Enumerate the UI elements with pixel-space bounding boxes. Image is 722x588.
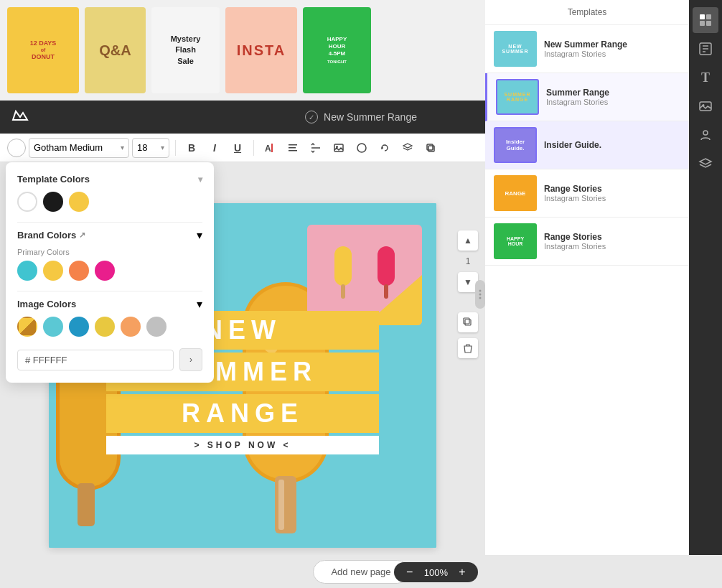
rotate-button[interactable]	[375, 138, 395, 158]
align-button[interactable]	[283, 138, 303, 158]
brand-color-teal[interactable]	[17, 261, 37, 281]
template-thumb-mystery[interactable]: MysteryFlashSale	[151, 7, 220, 93]
svg-point-32	[479, 289, 482, 291]
svg-rect-13	[278, 480, 284, 530]
media-button[interactable]	[329, 138, 349, 158]
template-colors-swatches	[17, 192, 202, 212]
document-title: ✓ New Summer Range	[305, 111, 417, 123]
template-thumb-donut[interactable]: 12 DAYS of DONUT	[7, 7, 79, 93]
image-color-gradient[interactable]	[17, 317, 37, 337]
spacing-button[interactable]	[306, 138, 326, 158]
toolbar-images-button[interactable]	[693, 93, 718, 119]
toolbar-separator-1	[175, 140, 176, 156]
svg-rect-26	[706, 21, 711, 26]
template-thumb-3: InsiderGuide.	[494, 127, 537, 163]
title-line-3: RANGE	[106, 394, 379, 433]
image-colors-swatches	[17, 317, 202, 337]
template-thumb-happy[interactable]: HAPPY HOUR 4-5PM TONIGHT	[303, 7, 371, 93]
image-colors-collapse[interactable]: ▾	[197, 297, 202, 311]
templates-panel: Templates NEWSUMMER New Summer Range Ins…	[485, 0, 689, 588]
templates-hint: Templates	[492, 7, 682, 17]
hex-apply-button[interactable]: ›	[179, 348, 202, 371]
hex-input[interactable]	[17, 350, 174, 370]
text-style-button[interactable]: A	[260, 138, 280, 158]
color-swatch-white[interactable]	[17, 192, 37, 212]
page-number: 1	[466, 256, 471, 266]
primary-colors-label: Primary Colors	[17, 248, 202, 256]
svg-rect-1	[289, 144, 297, 146]
layers-button[interactable]	[398, 138, 418, 158]
hex-input-row: ›	[17, 348, 202, 371]
svg-point-6	[357, 144, 366, 152]
template-info-5: Range Stories Instagram Stories	[544, 232, 680, 251]
zoom-in-button[interactable]: +	[455, 565, 469, 579]
text-color-picker[interactable]	[7, 139, 26, 157]
toolbar-elements-button[interactable]	[693, 36, 718, 62]
zoom-value: 100%	[424, 567, 448, 578]
brand-color-yellow[interactable]	[43, 261, 63, 281]
toolbar-text-button[interactable]: T	[693, 65, 718, 90]
font-family-select[interactable]: Gotham Medium ▾	[29, 138, 129, 158]
colors-divider-2	[17, 291, 202, 291]
template-thumb-insta[interactable]: INSTA	[225, 7, 297, 93]
color-swatch-yellow[interactable]	[69, 192, 89, 212]
template-thumb-2: SUMMERRANGE	[496, 79, 539, 115]
right-toolbar: T	[689, 0, 722, 588]
delete-page-button[interactable]	[458, 338, 478, 358]
template-item-5[interactable]: HAPPYHOUR Range Stories Instagram Storie…	[485, 218, 689, 266]
italic-button[interactable]: I	[205, 138, 225, 158]
duplicate-element-button[interactable]	[421, 138, 441, 158]
toolbar-separator-2	[253, 140, 254, 156]
font-family-value: Gotham Medium	[34, 142, 103, 153]
template-name-1: New Summer Range	[544, 39, 680, 50]
image-color-light-teal[interactable]	[43, 317, 63, 337]
bold-button[interactable]: B	[182, 138, 202, 158]
color-swatch-black[interactable]	[43, 192, 63, 212]
template-info-2: Summer Range Instagram Stories	[546, 88, 680, 106]
popsicle-card	[307, 225, 422, 325]
image-color-peach[interactable]	[121, 317, 141, 337]
template-thumb-qa[interactable]: Q&A	[85, 7, 146, 93]
image-color-dark-teal[interactable]	[69, 317, 89, 337]
underline-button[interactable]: U	[228, 138, 248, 158]
svg-rect-22	[464, 318, 469, 324]
image-colors-header: Image Colors ▾	[17, 297, 202, 311]
template-item-1[interactable]: NEWSUMMER New Summer Range Instagram Sto…	[485, 25, 689, 73]
image-color-gold[interactable]	[95, 317, 115, 337]
svg-text:A: A	[265, 144, 271, 154]
panel-resize-handle[interactable]	[475, 280, 485, 309]
toolbar-templates-button[interactable]	[693, 7, 718, 33]
brand-colors-collapse[interactable]: ▾	[197, 228, 202, 242]
brand-colors-link[interactable]: ↗	[79, 230, 85, 240]
template-item-3[interactable]: InsiderGuide. Insider Guide.	[485, 121, 689, 169]
shape-button[interactable]	[352, 138, 372, 158]
colors-divider-1	[17, 222, 202, 223]
toolbar-layers-button[interactable]	[693, 151, 718, 177]
template-colors-label: Template Colors	[17, 174, 90, 185]
app-logo[interactable]	[10, 106, 30, 129]
template-colors-header: Template Colors ▾	[17, 174, 202, 185]
brand-color-orange[interactable]	[69, 261, 89, 281]
svg-rect-3	[289, 150, 297, 151]
template-name-4: Range Stories	[544, 184, 680, 194]
svg-rect-2	[289, 147, 296, 149]
font-size-select[interactable]: 18 ▾	[132, 138, 169, 158]
page-up-button[interactable]: ▲	[458, 230, 478, 251]
cta-text: > SHOP NOW <	[106, 436, 379, 454]
template-info-1: New Summer Range Instagram Stories	[544, 39, 680, 58]
template-info-4: Range Stories Instagram Stories	[544, 184, 680, 202]
toolbar-people-button[interactable]	[693, 122, 718, 148]
template-item-2[interactable]: SUMMERRANGE Summer Range Instagram Stori…	[485, 73, 689, 121]
template-colors-collapse[interactable]: ▾	[198, 174, 202, 185]
template-item-4[interactable]: RANGE Range Stories Instagram Stories	[485, 169, 689, 218]
template-sub-4: Instagram Stories	[544, 194, 680, 202]
bottom-bar: Add new page	[0, 555, 722, 588]
font-size-value: 18	[137, 142, 147, 153]
svg-point-30	[703, 131, 708, 135]
template-name-2: Summer Range	[546, 88, 680, 98]
image-color-gray[interactable]	[146, 317, 167, 337]
zoom-out-button[interactable]: −	[403, 565, 417, 579]
image-colors-label: Image Colors	[17, 299, 76, 309]
duplicate-page-button[interactable]	[458, 312, 478, 332]
brand-color-pink[interactable]	[95, 261, 115, 281]
